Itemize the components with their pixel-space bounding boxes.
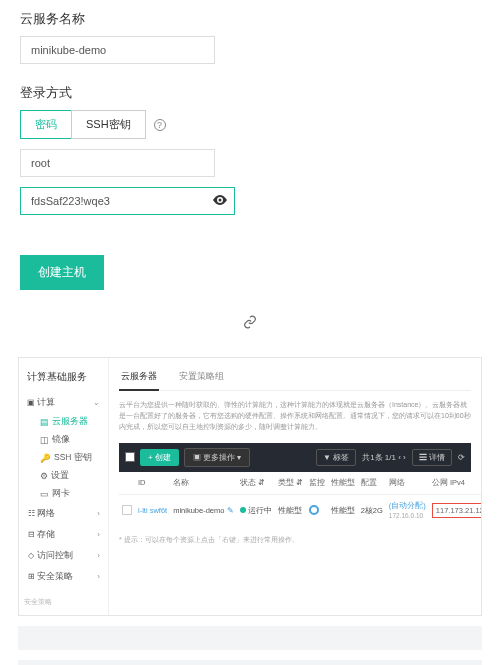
monitor-icon[interactable] [309, 505, 319, 515]
table-header[interactable]: ID [135, 472, 170, 495]
toolbar-more-button[interactable]: ▣ 更多操作 ▾ [184, 448, 250, 467]
username-input[interactable] [20, 149, 215, 177]
sidebar-group-security[interactable]: ⊞安全策略› [24, 566, 103, 587]
link-icon [0, 300, 500, 347]
toolbar: + 创建 ▣ 更多操作 ▾ ▼ 标签 共1条 1/1 ‹ › ☰ 详情 ⟳ [119, 443, 471, 472]
row-checkbox[interactable] [122, 505, 132, 515]
main-tab-recycle[interactable]: 安置策略组 [177, 366, 226, 390]
main-tab-list[interactable]: 云服务器 [119, 366, 159, 391]
table-header[interactable]: 监控 [306, 472, 328, 495]
sidebar-group-access[interactable]: ◇访问控制› [24, 545, 103, 566]
create-host-button[interactable]: 创建主机 [20, 255, 104, 290]
toolbar-pager[interactable]: 共1条 1/1 ‹ › [362, 452, 406, 463]
sidebar-item-settings[interactable]: ⚙设置 [24, 467, 103, 485]
table-header[interactable]: 配置 [358, 472, 386, 495]
instance-name: minikube-demo [173, 506, 224, 515]
eye-icon[interactable] [213, 194, 227, 208]
table-row[interactable]: i-lti swf6t minikube-demo ✎ 运行中 性能型 性能型 … [119, 494, 481, 527]
sidebar-title: 计算基础服务 [24, 366, 103, 392]
description-text: 云平台为您提供一种随时获取的、弹性的计算能力，这种计算能力的体现就是云服务器（I… [119, 399, 471, 433]
sidebar-footer: 安全策略 [24, 597, 103, 607]
placeholder-block [18, 660, 482, 665]
toolbar-create-button[interactable]: + 创建 [140, 449, 179, 466]
help-icon[interactable]: ? [154, 119, 166, 131]
sidebar-item-ssh-key[interactable]: 🔑SSH 密钥 [24, 449, 103, 467]
table-header[interactable]: 网络 [386, 472, 429, 495]
sidebar-item-cloud-server[interactable]: ▤云服务器 [24, 413, 103, 431]
name-label: 云服务名称 [20, 10, 480, 28]
placeholder-block [18, 626, 482, 650]
instance-id[interactable]: i-lti swf6t [138, 506, 167, 515]
toolbar-refresh-button[interactable]: ⟳ [458, 453, 465, 462]
console-panel: 计算基础服务 ▣计算⌄ ▤云服务器 ◫镜像 🔑SSH 密钥 ⚙设置 ▭网卡 ☷网… [18, 357, 482, 616]
public-ip-box[interactable]: 117.173.21.121 [432, 503, 481, 518]
sidebar-item-nic[interactable]: ▭网卡 [24, 485, 103, 503]
sidebar: 计算基础服务 ▣计算⌄ ▤云服务器 ◫镜像 🔑SSH 密钥 ⚙设置 ▭网卡 ☷网… [19, 358, 109, 615]
instance-table: ID名称状态 ⇵类型 ⇵监控性能型配置网络公网 IPv4计费模式 ⇵自动续约 /… [119, 472, 481, 527]
network-label[interactable]: (自动分配) [389, 501, 426, 510]
toolbar-checkbox[interactable] [125, 452, 135, 462]
instance-type: 性能型 [275, 494, 306, 527]
status-dot-icon [240, 507, 246, 513]
sidebar-group-storage[interactable]: ⊟存储› [24, 524, 103, 545]
table-header[interactable]: 类型 ⇵ [275, 472, 306, 495]
tab-ssh-key[interactable]: SSH密钥 [71, 110, 146, 139]
table-header[interactable]: 名称 [170, 472, 236, 495]
main-panel: 云服务器 安置策略组 云平台为您提供一种随时获取的、弹性的计算能力，这种计算能力… [109, 358, 481, 615]
toolbar-tag-filter[interactable]: ▼ 标签 [316, 449, 356, 466]
service-name-input[interactable] [20, 36, 215, 64]
instance-perf: 性能型 [328, 494, 358, 527]
svg-point-0 [219, 199, 222, 202]
status-text: 运行中 [248, 506, 272, 515]
tab-password[interactable]: 密码 [20, 110, 72, 139]
sidebar-group-network[interactable]: ☷网络› [24, 503, 103, 524]
password-input[interactable] [20, 187, 235, 215]
table-header[interactable]: 状态 ⇵ [237, 472, 275, 495]
toolbar-detail-button[interactable]: ☰ 详情 [412, 449, 452, 466]
sidebar-group-compute[interactable]: ▣计算⌄ [24, 392, 103, 413]
table-header[interactable]: 公网 IPv4 [429, 472, 481, 495]
hint-note: * 提示：可以在每个资源上点击「右键」来进行常用操作。 [119, 535, 471, 545]
login-method-label: 登录方式 [20, 84, 480, 102]
edit-name-icon[interactable]: ✎ [227, 506, 234, 515]
table-header[interactable] [119, 472, 135, 495]
table-header[interactable]: 性能型 [328, 472, 358, 495]
sidebar-item-image[interactable]: ◫镜像 [24, 431, 103, 449]
network-ip[interactable]: 172.16.0.10 [389, 512, 423, 519]
instance-config: 2核2G [358, 494, 386, 527]
